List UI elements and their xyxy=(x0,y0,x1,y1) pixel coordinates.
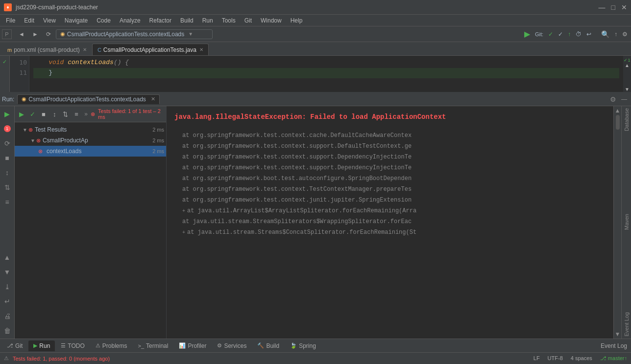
run-tab-close-icon[interactable]: ✕ xyxy=(151,96,155,102)
error-count-badge: 1 xyxy=(1,123,13,135)
filter-icon[interactable]: ⇅ xyxy=(1,182,13,193)
minimap-scroll-up[interactable]: ▲ xyxy=(625,63,630,68)
menu-tools[interactable]: Tools xyxy=(218,16,240,25)
nav-recent-button[interactable]: ⟳ xyxy=(43,29,54,39)
menu-window[interactable]: Window xyxy=(257,16,286,25)
stop-icon[interactable]: ■ xyxy=(1,152,13,164)
editor-left-gutter: ✓ xyxy=(0,56,10,92)
output-scroll-down[interactable]: ▼ xyxy=(615,331,621,338)
todo-tab-label: TODO xyxy=(68,342,84,349)
stack-trace-4: at org.springframework.test.context.supp… xyxy=(167,162,613,173)
test-sort1-btn[interactable]: ↕ xyxy=(49,109,59,119)
test-method-item[interactable]: ⊗ contextLoads 2 ms xyxy=(15,146,166,157)
close-button[interactable]: ✕ xyxy=(621,3,627,11)
bottom-tab-git[interactable]: ⎇ Git xyxy=(2,341,27,351)
menu-edit[interactable]: Edit xyxy=(20,16,38,25)
breadcrumb-text: CsmallProductApplicationTests.contextLoa… xyxy=(67,31,184,38)
bottom-tab-terminal[interactable]: >_ Terminal xyxy=(133,341,173,351)
tab-test-close[interactable]: ✕ xyxy=(199,47,203,52)
maven-panel-label[interactable]: Maven xyxy=(623,212,631,232)
bottom-tab-problems[interactable]: ⚠ Problems xyxy=(91,341,132,351)
tab-test-java[interactable]: C CsmallProductApplicationTests.java ✕ xyxy=(92,44,209,55)
expand-icon-8[interactable]: + xyxy=(182,207,185,215)
nav-forward-button[interactable]: ► xyxy=(29,29,41,39)
services-tab-icon: ⚙ xyxy=(217,342,222,349)
test-more-btn[interactable]: ≡ xyxy=(72,109,81,119)
status-git-branch[interactable]: ⎇ master↑ xyxy=(600,355,627,362)
update-ide-icon[interactable]: ↑ xyxy=(613,30,619,39)
git-undo-icon[interactable]: ↩ xyxy=(585,30,593,39)
stack-trace-10: + at java.util.stream.Streams$ConcatSpli… xyxy=(167,227,613,238)
menu-refactor[interactable]: Refactor xyxy=(146,16,175,25)
bottom-tab-todo[interactable]: ☰ TODO xyxy=(56,341,89,351)
sort-icon[interactable]: ↕ xyxy=(1,167,13,179)
menu-file[interactable]: File xyxy=(2,16,19,25)
run-button[interactable]: ▶ xyxy=(523,28,532,40)
breadcrumb-dropdown-icon[interactable]: ▼ xyxy=(188,31,193,37)
event-log-btn[interactable]: Event Log xyxy=(599,342,629,349)
git-history-icon[interactable]: ⏱ xyxy=(574,30,583,39)
test-check-btn[interactable]: ✓ xyxy=(27,109,37,119)
scroll-to-end-icon[interactable]: ⤓ xyxy=(1,281,13,293)
scroll-up-icon[interactable]: ▲ xyxy=(1,251,13,263)
tab-pom-xml[interactable]: m pom.xml (csmall-product) ✕ xyxy=(2,44,92,55)
output-scroll-up[interactable]: ▲ xyxy=(615,107,621,114)
scrollbar-track[interactable] xyxy=(616,115,620,330)
menu-run[interactable]: Run xyxy=(198,16,217,25)
print-icon[interactable]: 🖨 xyxy=(1,310,13,322)
menu-code[interactable]: Code xyxy=(93,16,115,25)
profiler-tab-icon: 📊 xyxy=(179,342,186,349)
status-encoding[interactable]: UTF-8 xyxy=(548,355,563,362)
menu-help[interactable]: Help xyxy=(287,16,307,25)
tree-label-method: contextLoads xyxy=(47,148,81,155)
menu-build[interactable]: Build xyxy=(176,16,197,25)
database-panel-label[interactable]: Database xyxy=(623,106,631,133)
tab-pom-close[interactable]: ✕ xyxy=(83,47,87,52)
code-content: void contextLoads() { } xyxy=(29,56,623,92)
bottom-tab-build[interactable]: 🔨 Build xyxy=(252,341,284,351)
git-push-icon[interactable]: ↑ xyxy=(566,30,572,39)
nav-breadcrumb[interactable]: ◉ CsmallProductApplicationTests.contextL… xyxy=(56,29,213,39)
settings-icon[interactable]: ⚙ xyxy=(621,30,629,39)
bottom-tab-profiler[interactable]: 📊 Profiler xyxy=(174,341,211,351)
git-tick-icon[interactable]: ✓ xyxy=(557,30,564,39)
menu-navigate[interactable]: Navigate xyxy=(61,16,92,25)
test-run-btn[interactable]: ▶ xyxy=(17,109,26,119)
output-scroll[interactable]: java.lang.IllegalStateException: Failed … xyxy=(167,106,613,339)
maximize-button[interactable]: □ xyxy=(611,3,615,11)
status-indent[interactable]: 4 spaces xyxy=(571,355,592,362)
status-line-ending[interactable]: LF xyxy=(534,355,540,362)
menu-icon[interactable]: ≡ xyxy=(1,196,13,208)
scrollbar-thumb[interactable] xyxy=(616,115,620,130)
services-tab-label: Services xyxy=(224,342,246,349)
nav-back-button[interactable]: ◄ xyxy=(16,29,27,39)
bottom-tab-run[interactable]: ▶ Run xyxy=(28,341,55,351)
search-everywhere-icon[interactable]: 🔍 xyxy=(600,29,611,39)
run-icon[interactable]: ▶ xyxy=(1,108,13,120)
menu-analyze[interactable]: Analyze xyxy=(116,16,145,25)
minimap-scroll-down[interactable]: ▼ xyxy=(625,87,630,92)
test-class-item[interactable]: ▼ ⊗ CsmallProductAp 2 ms xyxy=(15,135,166,146)
run-settings-button[interactable]: ⚙ xyxy=(608,94,618,104)
expand-icon-10[interactable]: + xyxy=(182,229,185,236)
test-stop-btn[interactable]: ■ xyxy=(39,109,49,119)
bottom-toolbar: ⎇ Git ▶ Run ☰ TODO ⚠ Problems >_ Termina… xyxy=(0,339,631,352)
test-results-root[interactable]: ▼ ⊗ Test Results 2 ms xyxy=(15,124,166,135)
terminal-tab-icon: >_ xyxy=(138,343,145,349)
bottom-tab-services[interactable]: ⚙ Services xyxy=(212,341,251,351)
test-sort2-btn[interactable]: ⇅ xyxy=(61,109,71,119)
project-panel-toggle[interactable]: P xyxy=(2,29,12,39)
bottom-tab-spring[interactable]: 🍃 Spring xyxy=(285,341,321,351)
menu-view[interactable]: View xyxy=(39,16,60,25)
event-log-panel-label[interactable]: Event Log xyxy=(623,310,631,339)
scroll-down-icon[interactable]: ▼ xyxy=(1,266,13,278)
git-check-icon[interactable]: ✓ xyxy=(547,30,555,39)
menu-git[interactable]: Git xyxy=(241,16,256,25)
soft-wrap-icon[interactable]: ↵ xyxy=(1,296,13,307)
minimize-button[interactable]: — xyxy=(599,3,606,11)
rerun-icon[interactable]: ⟳ xyxy=(1,137,13,149)
run-close-button[interactable]: — xyxy=(619,95,629,104)
run-tab-active[interactable]: ◉ CsmallProductApplicationTests.contextL… xyxy=(17,94,159,104)
stack-trace-8: + at java.util.ArrayList$ArrayListSplite… xyxy=(167,205,613,216)
trash-icon[interactable]: 🗑 xyxy=(1,325,13,337)
